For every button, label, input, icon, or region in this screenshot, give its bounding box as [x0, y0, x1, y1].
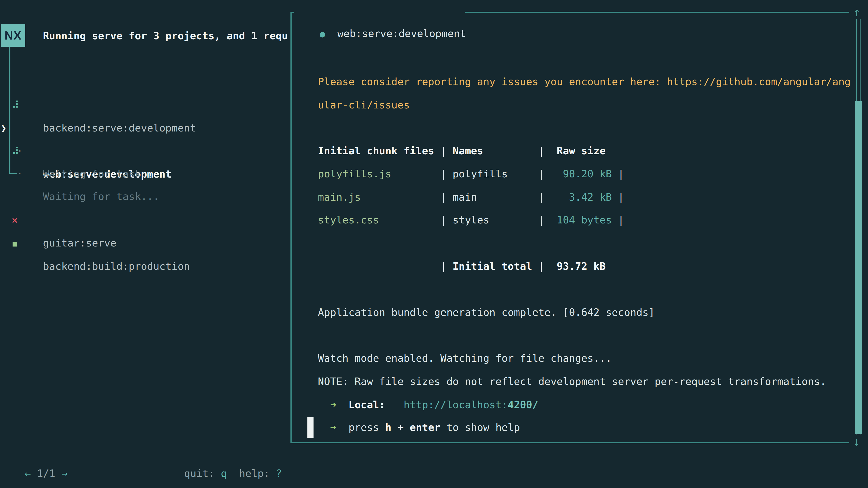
scroll-down-arrow[interactable]: ↓ — [853, 435, 861, 449]
scroll-up-arrow[interactable]: ↑ — [853, 5, 861, 19]
panel-border-top — [465, 12, 849, 13]
terminal-line-bundle-complete: Application bundle generation complete. … — [306, 278, 655, 324]
spacer — [318, 421, 330, 433]
terminal-line-initial-total: | Initial total | 93.72 kB — [306, 232, 606, 278]
line-text: Application bundle generation complete. … — [318, 306, 655, 318]
terminal-cursor — [307, 417, 313, 437]
task-label: Waiting for task... — [43, 162, 159, 186]
help-suffix-text: to show help — [440, 421, 520, 433]
panel-title: web:serve:development — [337, 28, 466, 39]
nx-logo: NX — [1, 24, 25, 47]
pagination: ← 1/1 → — [12, 439, 68, 485]
spacer — [325, 28, 337, 39]
spacer — [336, 421, 348, 433]
quit-hint-label: quit: — [184, 467, 221, 480]
arrow-right-icon: ➜ — [330, 421, 336, 433]
waiting-dot-icon: · — [17, 139, 23, 162]
task-row-backend-build[interactable]: ▪ backend:build:production — [0, 209, 12, 278]
success-square-icon: ▪ — [11, 232, 18, 255]
task-label: Waiting for task... — [43, 185, 159, 208]
sidebar-title: Running serve for 3 projects, and 1 requ — [43, 24, 289, 47]
table-separator: | styles | — [379, 214, 551, 226]
spinner-icon: ⠼ — [12, 94, 19, 117]
help-hint-key: ? — [276, 467, 282, 480]
task-label: backend:build:production — [43, 255, 190, 278]
quit-hint-key: q — [221, 467, 227, 480]
scrollbar-thumb[interactable] — [855, 101, 862, 434]
waiting-dot-icon: · — [17, 162, 23, 185]
terminal-line-table-row-styles: styles.css | styles | 104 bytes | — [306, 186, 624, 232]
help-hint-label: help: — [227, 467, 276, 480]
task-label: backend:serve:development — [43, 117, 196, 140]
page-prev-arrow[interactable]: ← — [25, 467, 31, 480]
running-bullet-icon: ● — [320, 29, 325, 39]
shortcut-hints: quit: q help: ? — [172, 439, 282, 485]
terminal-line-issues-url-2: ular-cli/issues — [306, 70, 410, 117]
spacer — [55, 467, 61, 480]
page-count: 1/1 — [37, 467, 55, 480]
chunk-file-name: styles.css — [318, 214, 379, 226]
panel-border-left — [290, 12, 291, 443]
initial-total-text: | Initial total | 93.72 kB — [318, 260, 606, 272]
line-text: ular-cli/issues — [318, 99, 410, 111]
panel-border-bottom — [290, 442, 849, 443]
failed-cross-icon: ✕ — [12, 208, 18, 232]
task-label: guitar:serve — [43, 232, 116, 255]
table-separator: | — [612, 214, 624, 226]
press-text: press — [348, 421, 385, 433]
page-next-arrow[interactable]: → — [61, 467, 68, 480]
terminal-line-help-hint: ➜ press h + enter to show help — [306, 393, 520, 439]
key-combo-text: h + enter — [385, 421, 440, 433]
page-indicator — [31, 467, 37, 480]
chunk-raw-size: 104 bytes — [551, 214, 612, 226]
panel-title-bar: ● web:serve:development — [307, 2, 466, 44]
